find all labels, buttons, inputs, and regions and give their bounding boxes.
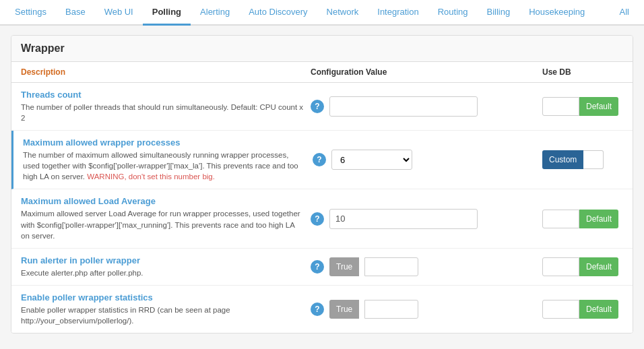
col-config-value: Configuration Value <box>311 67 542 77</box>
btn-default-run-alerter[interactable]: Default <box>579 257 618 276</box>
desc-max-wrapper-processes: Maximum allowed wrapper processes The nu… <box>23 137 313 182</box>
text-threads-count: The number of poller threads that should… <box>21 102 304 123</box>
usedb-threads-count: Default <box>542 97 623 116</box>
desc-enable-stats: Enable poller wrapper statistics Enable … <box>21 292 311 326</box>
text-enable-stats: Enable poller wrapper statistics in RRD … <box>21 305 304 326</box>
tab-integration[interactable]: Integration <box>368 0 428 26</box>
row-max-load-average: Maximum allowed Load Average Maximum all… <box>11 189 633 248</box>
col-use-db: Use DB <box>542 67 623 77</box>
title-max-load-average: Maximum allowed Load Average <box>21 196 304 206</box>
config-enable-stats: ? True <box>311 300 542 319</box>
tab-alerting[interactable]: Alerting <box>191 0 239 26</box>
usedb-enable-stats: Default <box>542 300 623 319</box>
help-icon-max-load-average[interactable]: ? <box>311 212 324 226</box>
tab-webui[interactable]: Web UI <box>95 0 143 26</box>
usedb-input-enable-stats[interactable] <box>542 300 579 319</box>
title-run-alerter: Run alerter in poller wrapper <box>21 255 304 265</box>
help-icon-run-alerter[interactable]: ? <box>311 260 324 274</box>
config-run-alerter: ? True <box>311 257 542 276</box>
btn-default-max-load-average[interactable]: Default <box>579 210 618 228</box>
usedb-input-run-alerter[interactable] <box>542 257 579 276</box>
help-icon-enable-stats[interactable]: ? <box>311 303 324 316</box>
tabs-bar: Settings Base Web UI Polling Alerting Au… <box>0 0 644 26</box>
text-max-wrapper-processes: The number of maximum allowed simultaneo… <box>23 150 306 182</box>
title-enable-stats: Enable poller wrapper statistics <box>21 292 304 303</box>
select-max-wrapper-processes[interactable]: 1 2 3 4 5 6 7 8 9 10 <box>331 150 412 170</box>
tab-routing[interactable]: Routing <box>428 0 478 26</box>
help-icon-threads-count[interactable]: ? <box>311 100 324 113</box>
row-enable-stats: Enable poller wrapper statistics Enable … <box>11 286 633 333</box>
tab-autodiscovery[interactable]: Auto Discovery <box>239 0 317 26</box>
config-threads-count: ? <box>311 96 542 117</box>
desc-run-alerter: Run alerter in poller wrapper Execute al… <box>21 255 311 278</box>
tab-polling[interactable]: Polling <box>143 0 191 26</box>
title-max-wrapper-processes: Maximum allowed wrapper processes <box>23 137 306 148</box>
usedb-max-wrapper-processes: Custom <box>542 150 623 169</box>
wrapper-section: Wrapper Description Configuration Value … <box>11 35 633 334</box>
title-threads-count: Threads count <box>21 90 304 100</box>
config-max-wrapper-processes: ? 1 2 3 4 5 6 7 8 9 10 <box>313 150 542 170</box>
table-header: Description Configuration Value Use DB <box>11 62 633 83</box>
tab-billing[interactable]: Billing <box>478 0 520 26</box>
usedb-run-alerter: Default <box>542 257 623 276</box>
btn-custom-max-wrapper-processes[interactable]: Custom <box>542 150 583 169</box>
tab-settings[interactable]: Settings <box>5 0 56 26</box>
text-max-load-average: Maximum allowed server Load Average for … <box>21 208 304 241</box>
input-threads-count[interactable] <box>329 96 478 117</box>
config-max-load-average: ? <box>311 209 542 229</box>
toggle-input-enable-stats[interactable] <box>364 300 418 319</box>
input-max-load-average[interactable] <box>329 209 478 229</box>
btn-default-threads-count[interactable]: Default <box>579 97 618 116</box>
btn-default-enable-stats[interactable]: Default <box>579 300 618 319</box>
main-content: Wrapper Description Configuration Value … <box>0 26 644 343</box>
wrapper-title: Wrapper <box>11 36 633 62</box>
desc-threads-count: Threads count The number of poller threa… <box>21 90 311 123</box>
warning-text: WARNING, don't set this number big. <box>87 172 215 181</box>
usedb-input-max-load-average[interactable] <box>542 210 579 228</box>
row-run-alerter: Run alerter in poller wrapper Execute al… <box>11 249 633 286</box>
col-description: Description <box>21 67 311 77</box>
toggle-true-enable-stats[interactable]: True <box>329 300 359 319</box>
usedb-input-right-max-wrapper-processes[interactable] <box>583 150 604 169</box>
toggle-input-run-alerter[interactable] <box>364 257 418 276</box>
tab-all[interactable]: All <box>610 0 639 26</box>
help-icon-max-wrapper-processes[interactable]: ? <box>313 153 326 166</box>
row-max-wrapper-processes: Maximum allowed wrapper processes The nu… <box>11 131 633 189</box>
tab-base[interactable]: Base <box>56 0 95 26</box>
usedb-max-load-average: Default <box>542 210 623 228</box>
row-threads-count: Threads count The number of poller threa… <box>11 83 633 131</box>
text-run-alerter: Execute alerter.php after poller.php. <box>21 267 304 278</box>
desc-max-load-average: Maximum allowed Load Average Maximum all… <box>21 196 311 241</box>
toggle-true-run-alerter[interactable]: True <box>329 257 359 276</box>
tab-housekeeping[interactable]: Housekeeping <box>519 0 594 26</box>
usedb-input-threads-count[interactable] <box>542 97 579 116</box>
tab-network[interactable]: Network <box>317 0 368 26</box>
